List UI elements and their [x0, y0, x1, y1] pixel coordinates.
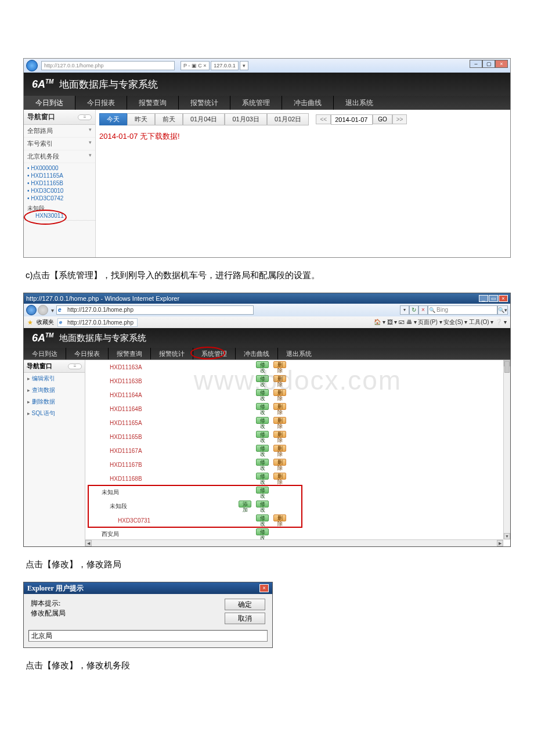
date-tab[interactable]: 01月04日 — [183, 113, 225, 125]
dialog-close-button[interactable]: × — [259, 584, 269, 592]
date-tab[interactable]: 01月03日 — [225, 113, 266, 125]
modify-button[interactable]: 修改 — [256, 473, 269, 480]
date-tab[interactable]: 前天 — [155, 113, 183, 125]
horizontal-scrollbar[interactable]: ◀ ▶ — [85, 539, 503, 546]
scroll-right-icon[interactable]: ▶ — [497, 540, 503, 546]
date-input[interactable]: 2014-01-07 — [331, 114, 373, 125]
nav-tab[interactable]: 退出系统 — [277, 348, 320, 359]
app-title: 地面数据库与专家系统 — [59, 333, 146, 344]
delete-button[interactable]: 删除 — [273, 459, 286, 466]
nav-tab[interactable]: 今日报表 — [75, 96, 127, 110]
modify-button[interactable]: 修改 — [256, 389, 269, 396]
prev-button[interactable]: << — [316, 114, 331, 124]
minimize-button[interactable]: – — [470, 60, 482, 68]
cancel-button[interactable]: 取消 — [225, 613, 265, 624]
delete-button[interactable]: 删除 — [273, 403, 286, 410]
ok-button[interactable]: 确定 — [225, 599, 265, 610]
date-tab[interactable]: 01月02日 — [267, 113, 309, 125]
delete-button[interactable]: 删除 — [273, 445, 286, 452]
sidebar-item[interactable]: 查询数据 — [24, 384, 85, 396]
delete-button[interactable]: 删除 — [273, 389, 286, 396]
paragraph-c: c)点击【系统管理】，找到刚导入的数据机车号，进行路局和配属段的设置。 — [23, 268, 511, 282]
sidebar-link[interactable]: HX000000 — [27, 164, 95, 172]
sidebar-item[interactable]: SQL语句 — [24, 408, 85, 419]
sidebar-item[interactable]: 北京机务段▾ — [24, 150, 95, 163]
favorites-label[interactable]: 收藏夹 — [37, 318, 54, 326]
url-dropdown-button[interactable]: ▾ — [400, 305, 409, 315]
close-button[interactable]: × — [499, 295, 508, 302]
search-button[interactable]: 🔍▾ — [497, 305, 508, 315]
scroll-down-icon[interactable]: ▼ — [504, 533, 510, 539]
search-box[interactable]: Bing — [428, 305, 497, 315]
delete-button[interactable]: 删除 — [273, 375, 286, 382]
maximize-button[interactable]: ▢ — [482, 60, 495, 68]
address-bar[interactable]: http://127.0.0.1/home.php — [41, 61, 175, 70]
date-tab[interactable]: 昨天 — [127, 113, 155, 125]
minimize-button[interactable]: _ — [479, 295, 488, 302]
paragraph-e: 点击【修改】，修改机务段 — [23, 658, 511, 672]
favorites-icon[interactable]: ★ — [27, 319, 33, 326]
sidebar-item[interactable]: 删除数据 — [24, 396, 85, 408]
main-nav: 今日到达今日报表报警查询报警统计系统管理冲击曲线退出系统 — [24, 96, 510, 110]
nav-tab[interactable]: 报警查询 — [108, 348, 150, 359]
close-button[interactable]: × — [495, 60, 508, 68]
sidebar-item[interactable]: 编辑索引 — [24, 373, 85, 384]
refresh-button[interactable]: ↻ — [409, 305, 418, 315]
modify-button[interactable]: 修改 — [256, 431, 269, 438]
modify-button[interactable]: 修改 — [256, 403, 269, 410]
modify-button[interactable]: 修改 — [256, 459, 269, 466]
sidebar-header: 导航窗口 ≡ — [24, 360, 85, 373]
restore-button[interactable]: ▭ — [489, 295, 498, 302]
nav-tab[interactable]: 退出系统 — [333, 96, 385, 110]
nav-tab[interactable]: 今日到达 — [24, 96, 75, 110]
forward-button[interactable] — [38, 305, 48, 315]
delete-button[interactable]: 删除 — [273, 361, 286, 368]
go-button[interactable]: GO — [373, 114, 392, 124]
collapse-icon[interactable]: ≡ — [68, 363, 82, 369]
date-tab[interactable]: 今天 — [99, 113, 127, 125]
next-button[interactable]: >> — [392, 114, 407, 124]
sidebar-item[interactable]: 车号索引▾ — [24, 138, 95, 150]
sidebar-link[interactable]: HXD11165B — [27, 179, 95, 187]
modify-button[interactable]: 修改 — [256, 417, 269, 424]
nav-tab[interactable]: 报警统计 — [178, 96, 230, 110]
modify-button[interactable]: 修改 — [256, 375, 269, 382]
scroll-left-icon[interactable]: ◀ — [85, 540, 92, 546]
sidebar-link[interactable]: HXD3C0010 — [27, 187, 95, 195]
unknown-seg-item[interactable]: HXN30011 — [27, 213, 92, 219]
vertical-scrollbar[interactable]: ▲ ▼ — [503, 360, 510, 539]
delete-button[interactable]: 删除 — [273, 473, 286, 480]
nav-tab[interactable]: 系统管理 — [230, 96, 282, 110]
tab-dropdown[interactable]: ▾ — [240, 61, 248, 70]
back-button[interactable] — [26, 60, 38, 71]
logo-icon: 6ATM — [32, 78, 53, 91]
nav-tab[interactable]: 今日到达 — [24, 348, 66, 359]
stop-button[interactable]: × — [418, 305, 428, 315]
nav-tab[interactable]: 冲击曲线 — [235, 348, 277, 359]
sidebar-item[interactable]: 全部路局▾ — [24, 125, 95, 138]
modify-button[interactable]: 修改 — [256, 445, 269, 452]
dialog-input[interactable] — [28, 630, 268, 642]
dialog-buttons: 确定 取消 — [225, 599, 265, 624]
row-name: HXD11163A — [85, 360, 236, 374]
collapse-icon[interactable]: ≡ — [78, 114, 92, 120]
nav-tab[interactable]: 报警查询 — [127, 96, 178, 110]
nav-tab[interactable]: 系统管理 — [193, 348, 235, 359]
ie-tools[interactable]: 🏠 ▾ 🖾 ▾ 🖃 🖶 ▾ 页面(P) ▾ 安全(S) ▾ 工具(O) ▾ ❔ … — [374, 318, 507, 326]
ie-tab[interactable]: http://127.0.0.1/home.php — [57, 318, 138, 327]
nav-tab[interactable]: 冲击曲线 — [282, 96, 333, 110]
modify-button[interactable]: 修改 — [256, 361, 269, 368]
sidebar-link[interactable]: HXD11165A — [27, 172, 95, 179]
sidebar-link[interactable]: HXD3C0742 — [27, 195, 95, 202]
nav-tab[interactable]: 报警统计 — [150, 348, 193, 359]
scroll-thumb[interactable] — [504, 361, 510, 373]
nav-tab[interactable]: 今日报表 — [66, 348, 108, 359]
modify-button[interactable]: 修改 — [256, 528, 269, 535]
table-row: HXD11165A修改删除 — [85, 416, 510, 430]
back-button[interactable] — [26, 305, 37, 315]
delete-button[interactable]: 删除 — [273, 417, 286, 424]
url-box[interactable]: http://127.0.0.1/home.php — [56, 305, 254, 315]
tab-1[interactable]: 127.0.0.1 — [211, 61, 239, 70]
delete-button[interactable]: 删除 — [273, 431, 286, 438]
nav-dropdown[interactable]: ▾ — [49, 307, 55, 314]
